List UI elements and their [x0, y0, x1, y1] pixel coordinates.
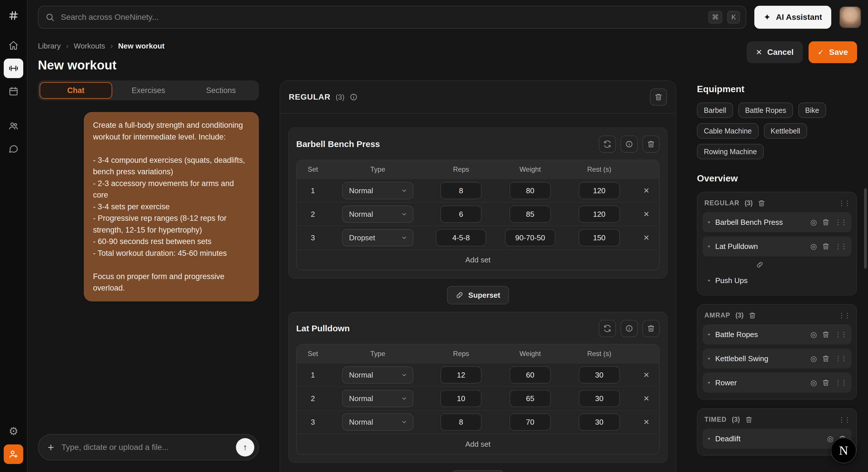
tab-chat[interactable]: Chat — [40, 82, 112, 99]
overview-item[interactable]: • Deadlift ◎ — [703, 429, 851, 449]
rest-input[interactable] — [579, 390, 620, 407]
rest-input[interactable] — [579, 182, 620, 199]
weight-input[interactable] — [505, 229, 555, 246]
drag-handle-icon[interactable]: ⋮⋮ — [835, 331, 846, 338]
sidebar-item-calendar[interactable] — [4, 82, 23, 101]
delete-item-button[interactable] — [822, 355, 830, 362]
overview-item[interactable]: • Push Ups — [703, 272, 851, 289]
remove-set-button[interactable]: ✕ — [643, 394, 650, 403]
set-type-select[interactable]: Normal — [342, 366, 413, 384]
check-icon: ✓ — [818, 48, 824, 57]
delete-overview-section-button[interactable] — [749, 312, 756, 319]
unlink-button[interactable]: Unlink — [452, 470, 504, 472]
exercise-info-button[interactable] — [621, 320, 638, 337]
delete-item-button[interactable] — [822, 331, 830, 338]
exercise-info-button[interactable] — [621, 136, 638, 153]
nextjs-dev-badge[interactable]: N — [831, 438, 857, 463]
delete-exercise-button[interactable] — [642, 136, 660, 153]
overview-item[interactable]: • Kettlebell Swing ◎ ⋮⋮ — [703, 349, 851, 368]
delete-exercise-button[interactable] — [642, 320, 660, 337]
weight-input[interactable] — [509, 413, 551, 431]
attach-button[interactable]: + — [48, 442, 54, 453]
swap-exercise-button[interactable] — [599, 136, 616, 153]
remove-set-button[interactable]: ✕ — [643, 186, 650, 195]
target-button[interactable]: ◎ — [810, 218, 817, 226]
sidebar-item-invite-user[interactable] — [4, 444, 23, 464]
remove-set-button[interactable]: ✕ — [643, 418, 650, 426]
add-set-button[interactable]: Add set — [297, 434, 659, 454]
rest-input[interactable] — [579, 366, 620, 384]
reps-input[interactable] — [440, 390, 482, 407]
remove-set-button[interactable]: ✕ — [643, 210, 650, 219]
remove-set-button[interactable]: ✕ — [643, 233, 650, 242]
cancel-button[interactable]: ✕ Cancel — [747, 41, 803, 63]
user-avatar[interactable] — [839, 6, 861, 28]
superset-button[interactable]: Superset — [447, 286, 508, 304]
target-button[interactable]: ◎ — [810, 243, 817, 250]
delete-item-button[interactable] — [822, 218, 830, 226]
equipment-chip[interactable]: Rowing Machine — [697, 144, 764, 159]
delete-item-button[interactable] — [822, 379, 830, 386]
reps-input[interactable] — [440, 182, 482, 199]
equipment-chip[interactable]: Barbell — [697, 102, 733, 118]
overview-item[interactable]: • Barbell Bench Press ◎ ⋮⋮ — [703, 212, 851, 232]
set-type-select[interactable]: Normal — [342, 206, 413, 223]
drag-handle-icon[interactable]: ⋮⋮ — [835, 379, 846, 386]
target-button[interactable]: ◎ — [810, 331, 817, 338]
breadcrumb-workouts[interactable]: Workouts — [74, 41, 105, 51]
reps-input[interactable] — [436, 229, 486, 246]
tab-sections[interactable]: Sections — [185, 82, 257, 99]
set-type-select[interactable]: Normal — [342, 413, 413, 431]
tab-exercises[interactable]: Exercises — [112, 82, 185, 99]
rest-input[interactable] — [579, 413, 620, 431]
drag-handle-icon[interactable]: ⋮⋮ — [838, 200, 849, 207]
remove-set-button[interactable]: ✕ — [643, 371, 650, 380]
delete-overview-section-button[interactable] — [745, 416, 753, 423]
equipment-chip[interactable]: Kettlebell — [764, 123, 807, 139]
set-type-select[interactable]: Normal — [342, 182, 413, 199]
overview-item[interactable]: • Battle Ropes ◎ ⋮⋮ — [703, 324, 851, 345]
drag-handle-icon[interactable]: ⋮⋮ — [835, 243, 846, 250]
sidebar-item-workouts[interactable] — [4, 59, 23, 78]
sidebar-item-settings[interactable]: ⚙ — [4, 421, 23, 441]
target-button[interactable]: ◎ — [810, 379, 817, 386]
add-set-button[interactable]: Add set — [297, 249, 659, 270]
sidebar-item-messages[interactable] — [4, 139, 23, 158]
rest-input[interactable] — [579, 206, 620, 223]
weight-input[interactable] — [509, 390, 551, 407]
reps-input[interactable] — [440, 206, 482, 223]
set-type-select[interactable]: Normal — [342, 390, 413, 407]
save-button[interactable]: ✓ Save — [809, 41, 857, 63]
drag-handle-icon[interactable]: ⋮⋮ — [835, 219, 846, 226]
sidebar-item-home[interactable] — [4, 36, 23, 55]
ai-assistant-button[interactable]: ✦ AI Assistant — [754, 6, 831, 29]
target-button[interactable]: ◎ — [827, 435, 834, 442]
drag-handle-icon[interactable]: ⋮⋮ — [835, 355, 846, 362]
reps-input[interactable] — [440, 366, 482, 384]
weight-input[interactable] — [509, 182, 551, 199]
search-input[interactable] — [60, 12, 703, 22]
sidebar-item-clients[interactable] — [4, 116, 23, 136]
equipment-chip[interactable]: Battle Ropes — [738, 102, 793, 118]
equipment-chip[interactable]: Bike — [798, 102, 826, 118]
chat-input[interactable] — [60, 442, 229, 452]
overview-item[interactable]: • Lat Pulldown ◎ ⋮⋮ — [703, 236, 851, 256]
drag-handle-icon[interactable]: ⋮⋮ — [838, 312, 849, 319]
swap-exercise-button[interactable] — [599, 320, 616, 337]
window-scrollbar[interactable] — [864, 188, 867, 269]
info-icon[interactable] — [350, 93, 358, 101]
delete-section-button[interactable] — [650, 88, 667, 106]
weight-input[interactable] — [509, 206, 551, 223]
delete-item-button[interactable] — [822, 243, 830, 250]
breadcrumb-library[interactable]: Library — [38, 41, 61, 51]
set-type-select[interactable]: Dropset — [342, 229, 413, 246]
reps-input[interactable] — [440, 413, 482, 431]
target-button[interactable]: ◎ — [810, 355, 817, 362]
delete-overview-section-button[interactable] — [758, 200, 765, 207]
overview-item[interactable]: • Rower ◎ ⋮⋮ — [703, 373, 851, 393]
weight-input[interactable] — [509, 366, 551, 384]
drag-handle-icon[interactable]: ⋮⋮ — [838, 416, 849, 423]
send-button[interactable]: ↑ — [236, 438, 254, 456]
rest-input[interactable] — [579, 229, 620, 246]
equipment-chip[interactable]: Cable Machine — [697, 123, 758, 139]
